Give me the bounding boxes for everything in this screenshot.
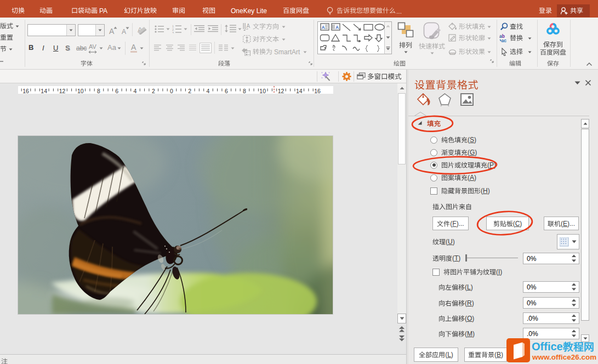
svg-text:3: 3 (172, 31, 174, 34)
svg-text:8: 8 (243, 88, 246, 94)
svg-text:ac: ac (502, 38, 507, 43)
svg-text:A: A (322, 25, 325, 30)
svg-text:6: 6 (115, 88, 118, 94)
svg-text:6: 6 (225, 88, 228, 94)
svg-text:4: 4 (134, 88, 137, 94)
svg-text:10: 10 (77, 88, 84, 94)
svg-text:A: A (335, 25, 339, 30)
svg-text:10: 10 (259, 88, 266, 94)
svg-text:12: 12 (59, 88, 66, 94)
svg-text:2: 2 (152, 88, 155, 94)
svg-text:0: 0 (170, 88, 173, 94)
svg-text:8: 8 (97, 88, 100, 94)
svg-text:12: 12 (278, 88, 284, 94)
svg-text:2: 2 (188, 88, 191, 94)
svg-text:14: 14 (296, 88, 303, 94)
svg-text:16: 16 (22, 88, 29, 94)
svg-text:A: A (247, 23, 250, 29)
svg-text:16: 16 (314, 88, 321, 94)
svg-text:14: 14 (41, 88, 47, 94)
svg-text:4: 4 (207, 88, 210, 94)
